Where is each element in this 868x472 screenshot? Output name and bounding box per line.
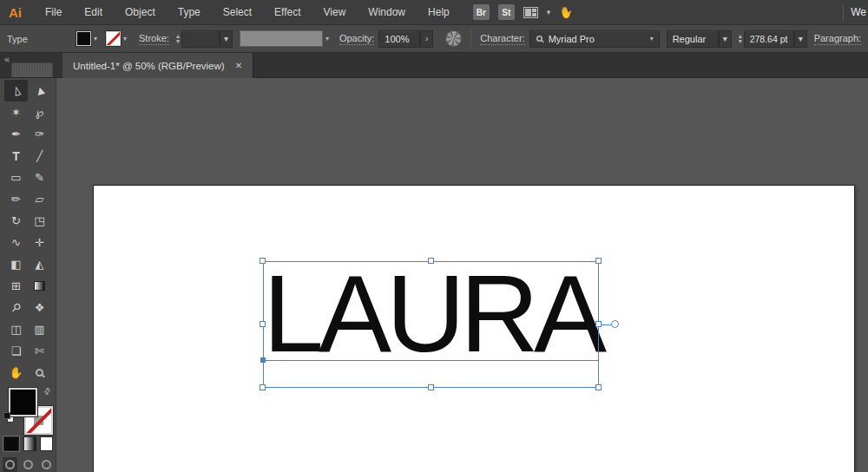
collapse-panels-icon[interactable]: « — [4, 54, 9, 64]
rectangle-tool[interactable]: ▭ — [4, 167, 28, 188]
slice-tool[interactable]: ✄ — [28, 340, 51, 362]
stroke-weight-stepper[interactable]: ▴▾ — [176, 34, 180, 44]
handle-bottom-left[interactable] — [260, 384, 266, 390]
paintbrush-tool[interactable]: ✎ — [28, 167, 51, 188]
perspective-grid-tool[interactable]: ◭ — [28, 253, 51, 275]
handle-top-right[interactable] — [595, 258, 602, 264]
bridge-button[interactable]: Br — [473, 4, 490, 20]
workspace-layout-icon[interactable] — [523, 7, 538, 18]
color-button[interactable] — [3, 436, 19, 451]
puppet-warp-tool[interactable]: ✛ — [28, 232, 51, 253]
mesh-tool[interactable]: ⊞ — [4, 275, 28, 297]
magic-wand-tool[interactable]: ✶ — [4, 102, 28, 123]
width-profile-dropdown[interactable] — [240, 30, 323, 47]
text-baseline — [263, 360, 599, 361]
paragraph-label[interactable]: Paragraph: — [814, 33, 861, 45]
swap-fill-stroke-icon[interactable]: ⇄ — [41, 385, 53, 397]
handle-top-middle[interactable] — [428, 258, 434, 264]
stroke-chevron-icon[interactable]: ▾ — [123, 35, 127, 43]
rotate-tool[interactable]: ↻ — [4, 210, 28, 232]
baseline-anchor[interactable] — [260, 357, 266, 363]
menu-item-select[interactable]: Select — [212, 0, 263, 25]
tab-close-icon[interactable]: ✕ — [235, 61, 242, 70]
eyedropper-tool[interactable]: ⚲ — [4, 297, 28, 318]
selection-bounding-box[interactable] — [263, 261, 599, 388]
menu-item-object[interactable]: Object — [114, 0, 167, 25]
stroke-label[interactable]: Stroke: — [139, 33, 169, 45]
menu-item-effect[interactable]: Effect — [263, 0, 312, 25]
document-tab[interactable]: Untitled-1* @ 50% (RGB/Preview) ✕ — [62, 53, 253, 78]
opacity-field[interactable]: 100% — [378, 30, 420, 48]
pen-tool[interactable]: ✒ — [4, 123, 28, 145]
direct-selection-tool[interactable]: ► — [28, 80, 51, 102]
type-tool[interactable]: T — [4, 145, 28, 167]
font-style-field[interactable]: Regular — [667, 30, 719, 48]
gradient-tool[interactable] — [28, 275, 51, 297]
opacity-expand-button[interactable]: › — [420, 30, 433, 48]
hand-tool[interactable]: ✋ — [4, 362, 28, 384]
line-segment-tool[interactable]: ╱ — [28, 145, 51, 167]
column-graph-tool[interactable]: ▥ — [28, 318, 51, 340]
selection-tool[interactable]: ▻ — [4, 80, 28, 102]
fill-swatch[interactable] — [76, 31, 91, 46]
symbol-sprayer-tool[interactable]: ◫ — [4, 318, 28, 340]
artboard-tool[interactable]: ❏ — [4, 340, 28, 362]
handle-middle-left[interactable] — [260, 321, 266, 327]
paint-style-row — [0, 436, 56, 454]
font-size-stepper[interactable]: ▴▾ — [739, 34, 742, 44]
zoom-tool-icon — [36, 369, 43, 377]
draw-normal-button[interactable] — [3, 457, 17, 472]
point-type-handle[interactable] — [611, 320, 619, 328]
hand-tool-icon: ✋ — [9, 366, 23, 379]
font-size-chevron[interactable]: ▾ — [794, 30, 807, 48]
eyedropper-tool-icon: ⚲ — [9, 300, 23, 315]
width-tool[interactable]: ∿ — [4, 232, 28, 253]
touch-workspace-icon[interactable]: ✋ — [557, 3, 575, 20]
font-size-field[interactable]: 278.64 pt — [744, 30, 794, 48]
font-style-chevron[interactable]: ▾ — [719, 30, 732, 48]
eraser-tool[interactable]: ▱ — [28, 188, 51, 210]
toolbar-grip[interactable] — [11, 62, 53, 77]
handle-top-left[interactable] — [260, 258, 266, 264]
menu-item-view[interactable]: View — [312, 0, 358, 25]
slice-tool-icon: ✄ — [35, 344, 44, 357]
menu-item-help[interactable]: Help — [417, 0, 461, 25]
workspace-name-label[interactable]: We — [844, 6, 868, 18]
fill-color-swatch[interactable] — [9, 388, 37, 416]
character-label[interactable]: Character: — [480, 33, 524, 45]
lasso-tool-icon: ℘ — [36, 106, 43, 119]
stock-button[interactable]: St — [498, 4, 515, 20]
fill-chevron-icon[interactable]: ▾ — [94, 35, 97, 43]
draw-behind-button[interactable] — [21, 457, 36, 472]
shaper-tool[interactable]: ✏ — [4, 188, 28, 210]
recolor-artwork-icon[interactable] — [445, 30, 462, 47]
blend-tool[interactable]: ❖ — [28, 297, 51, 318]
handle-middle-right[interactable] — [595, 321, 602, 327]
stroke-weight-chevron[interactable]: ▾ — [220, 30, 233, 48]
handle-bottom-middle[interactable] — [428, 384, 434, 390]
scale-tool[interactable]: ◳ — [28, 210, 51, 232]
menu-item-window[interactable]: Window — [357, 0, 417, 25]
tab-bar: « Untitled-1* @ 50% (RGB/Preview) ✕ — [0, 53, 868, 78]
handle-bottom-right[interactable] — [595, 384, 602, 390]
width-profile-chevron-icon[interactable]: ▾ — [326, 35, 329, 43]
menu-item-file[interactable]: File — [34, 0, 73, 25]
curvature-tool[interactable]: ✑ — [28, 123, 51, 145]
column-graph-tool-icon: ▥ — [34, 323, 44, 336]
font-family-field[interactable]: Myriad Pro ▾ — [529, 30, 660, 48]
menu-item-type[interactable]: Type — [167, 0, 212, 25]
canvas-area[interactable]: LAURA — [56, 78, 868, 472]
none-button[interactable] — [40, 436, 53, 451]
stroke-weight-field[interactable] — [181, 30, 220, 48]
opacity-label[interactable]: Opacity: — [339, 33, 374, 45]
shape-builder-tool[interactable]: ◧ — [4, 253, 28, 275]
zoom-tool[interactable] — [28, 362, 51, 384]
font-family-chevron-icon[interactable]: ▾ — [645, 35, 654, 43]
stroke-swatch[interactable] — [106, 31, 121, 46]
menu-item-edit[interactable]: Edit — [73, 0, 114, 25]
lasso-tool[interactable]: ℘ — [28, 102, 51, 123]
eraser-tool-icon: ▱ — [36, 193, 44, 206]
gradient-button[interactable] — [23, 436, 36, 451]
workspace-chevron-icon[interactable]: ▾ — [547, 8, 551, 16]
draw-inside-button[interactable] — [39, 457, 54, 472]
